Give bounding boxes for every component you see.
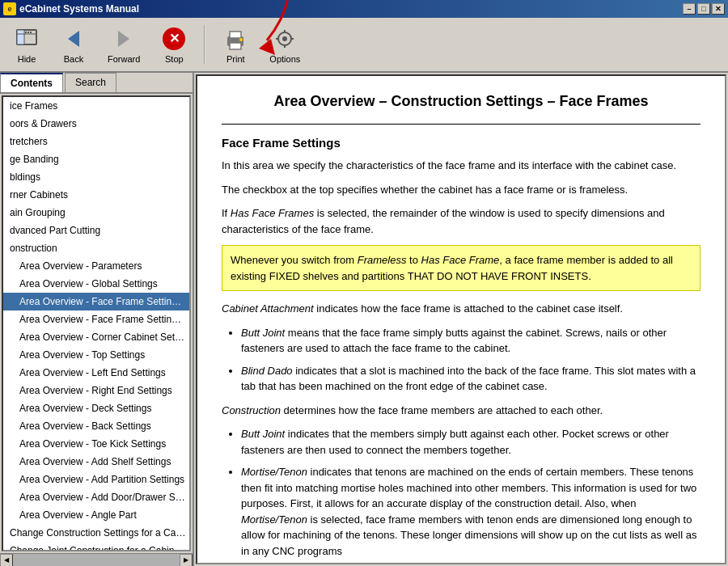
close-button[interactable]: ✕ xyxy=(712,3,725,15)
para4-suffix: indicates how the face frame is attached… xyxy=(314,302,623,315)
svg-point-13 xyxy=(282,36,287,41)
title-divider xyxy=(222,124,700,125)
highlight-box: Whenever you switch from Frameless to Ha… xyxy=(222,245,700,291)
bullet2-italic: Blind Dado xyxy=(241,365,293,377)
bullet4-text: indicates that tenons are machined on th… xyxy=(241,466,696,509)
maximize-button[interactable]: □ xyxy=(697,3,710,15)
tree-item[interactable]: Area Overview - Add Shelf Settings xyxy=(3,453,189,471)
forward-icon xyxy=(111,26,137,52)
hide-icon xyxy=(14,26,40,52)
title-bar: e eCabinet Systems Manual – □ ✕ xyxy=(0,0,728,18)
tabs-bar: Contents Search xyxy=(0,73,193,94)
paragraph-1: In this area we specify the characterist… xyxy=(222,158,700,174)
tree-item[interactable]: Area Overview - Add Partition Settings xyxy=(3,471,189,488)
scroll-track xyxy=(13,554,180,566)
bullet4-italic: Mortise/Tenon xyxy=(241,466,307,478)
stop-label: Stop xyxy=(165,54,184,64)
paragraph-4: Cabinet Attachment indicates how the fac… xyxy=(222,301,700,317)
tree-item[interactable]: tretchers xyxy=(3,133,189,150)
bullet3-text: indicates that the members simply butt a… xyxy=(241,428,669,456)
para5-suffix: determines how the face frame members ar… xyxy=(281,404,603,416)
tree-item[interactable]: Change Construction Settings for a Cabin xyxy=(3,524,189,542)
bullet4-text2: is selected, face frame members with ten… xyxy=(241,513,696,557)
scroll-right-btn[interactable]: ▶ xyxy=(180,554,193,567)
tree-item[interactable]: dvanced Part Cutting xyxy=(3,222,189,239)
tab-contents[interactable]: Contents xyxy=(0,73,63,92)
toolbar: Hide Back Forward ✕ Stop xyxy=(0,18,728,73)
highlight-mid: to xyxy=(406,254,421,266)
svg-rect-4 xyxy=(28,32,29,33)
tree-item[interactable]: Area Overview - Global Settings xyxy=(3,275,189,293)
para3-italic: Has Face Frames xyxy=(231,207,314,219)
bullet3-italic: Butt Joint xyxy=(241,428,285,440)
tree-item[interactable]: Area Overview - Back Settings xyxy=(3,417,189,435)
options-label: Options xyxy=(269,54,300,64)
tree-item[interactable]: onstruction xyxy=(3,239,189,257)
tree-item[interactable]: Area Overview - Face Frame Settings - Pa xyxy=(3,310,189,328)
tree-item[interactable]: Area Overview - Parameters xyxy=(3,257,189,275)
tree-item[interactable]: Area Overview - Face Frame Settings - Pa xyxy=(3,293,189,310)
bullet-list-2: Butt Joint indicates that the members si… xyxy=(241,426,700,559)
stop-icon: ✕ xyxy=(161,26,187,52)
window-controls: – □ ✕ xyxy=(683,3,725,15)
tree-item[interactable]: ice Frames xyxy=(3,97,189,115)
minimize-button[interactable]: – xyxy=(683,3,696,15)
tree-item[interactable]: Area Overview - Toe Kick Settings xyxy=(3,435,189,453)
bullet-item-4: Mortise/Tenon indicates that tenons are … xyxy=(241,464,700,559)
para3-prefix: If xyxy=(222,207,231,219)
tree-item[interactable]: Area Overview - Add Door/Drawer Setting xyxy=(3,488,189,506)
paragraph-5: Construction determines how the face fra… xyxy=(222,403,700,419)
paragraph-2: The checkbox at the top specifies whethe… xyxy=(222,182,700,198)
svg-rect-3 xyxy=(25,32,27,33)
tree-item[interactable]: oors & Drawers xyxy=(3,115,189,133)
tab-search[interactable]: Search xyxy=(65,73,116,92)
tree-hscrollbar[interactable]: ◀ ▶ xyxy=(0,553,193,566)
tree-item[interactable]: rner Cabinets xyxy=(3,186,189,204)
tree-item[interactable]: Area Overview - Corner Cabinet Settings xyxy=(3,328,189,346)
tree-item[interactable]: ain Grouping xyxy=(3,204,189,222)
stop-button[interactable]: ✕ Stop xyxy=(154,22,194,68)
tree-container[interactable]: ice Framesoors & Drawerstretchersge Band… xyxy=(2,95,191,551)
scroll-left-btn[interactable]: ◀ xyxy=(0,554,13,567)
svg-point-11 xyxy=(239,38,243,41)
back-label: Back xyxy=(64,54,83,64)
svg-rect-9 xyxy=(230,32,241,38)
tree-item[interactable]: bldings xyxy=(3,168,189,186)
bullet1-text: means that the face frame simply butts a… xyxy=(241,327,667,355)
back-button[interactable]: Back xyxy=(53,22,94,68)
options-button[interactable]: Options xyxy=(262,22,307,68)
main-area: Contents Search ice Framesoors & Drawers… xyxy=(0,73,728,566)
tree-item[interactable]: Area Overview - Angle Part xyxy=(3,506,189,524)
hide-button[interactable]: Hide xyxy=(6,22,47,68)
bullet-list-1: Butt Joint means that the face frame sim… xyxy=(241,325,700,395)
print-label: Print xyxy=(226,54,245,64)
left-panel: Contents Search ice Framesoors & Drawers… xyxy=(0,73,194,566)
section-heading: Face Frame Settings xyxy=(222,136,700,150)
tree-item[interactable]: Area Overview - Right End Settings xyxy=(3,382,189,399)
tree-item[interactable]: Area Overview - Deck Settings xyxy=(3,399,189,417)
app-icon: e xyxy=(3,2,16,15)
tree-item[interactable]: Area Overview - Left End Settings xyxy=(3,364,189,382)
back-icon xyxy=(61,26,87,52)
forward-label: Forward xyxy=(108,54,140,64)
svg-rect-5 xyxy=(30,32,32,33)
tree-item[interactable]: Area Overview - Top Settings xyxy=(3,346,189,364)
svg-marker-7 xyxy=(118,31,129,47)
tree-item[interactable]: Change Joint Construction for a Cabinet … xyxy=(3,542,189,551)
bullet1-italic: Butt Joint xyxy=(241,327,285,339)
page-title: Area Overview – Construction Settings – … xyxy=(222,92,700,111)
para5-italic: Construction xyxy=(222,404,281,416)
bullet-item-1: Butt Joint means that the face frame sim… xyxy=(241,325,700,357)
toolbar-separator xyxy=(204,25,205,64)
bullet-item-3: Butt Joint indicates that the members si… xyxy=(241,426,700,458)
highlight-italic1: Frameless xyxy=(358,254,407,266)
svg-marker-6 xyxy=(68,31,79,47)
bullet4-italic2: Mortise/Tenon xyxy=(241,513,307,526)
svg-rect-10 xyxy=(230,43,241,49)
print-button[interactable]: Print xyxy=(215,22,256,68)
content-panel: Area Overview – Construction Settings – … xyxy=(196,74,726,564)
forward-button[interactable]: Forward xyxy=(100,22,147,68)
highlight-italic2: Has Face Frame xyxy=(421,254,500,266)
print-icon xyxy=(222,26,248,52)
tree-item[interactable]: ge Banding xyxy=(3,150,189,168)
